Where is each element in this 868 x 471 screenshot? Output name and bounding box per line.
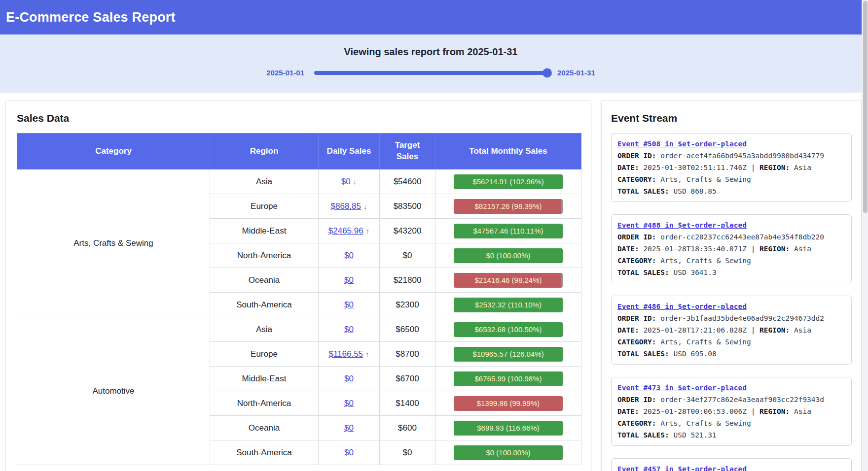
column-header-target-sales: Target Sales bbox=[380, 134, 435, 169]
target-sales-cell: $43200 bbox=[380, 219, 435, 243]
event-detail-line: CATEGORY: Arts, Crafts & Sewing bbox=[617, 417, 845, 429]
target-sales-cell: $54600 bbox=[380, 169, 435, 194]
slider-thumb[interactable] bbox=[542, 68, 552, 77]
total-monthly-sales-cell: $56214.91 (102.96%) bbox=[435, 169, 581, 194]
daily-sales-link[interactable]: $2465.96 bbox=[328, 226, 363, 236]
region-cell: Middle-East bbox=[210, 219, 319, 243]
event-detail-line: CATEGORY: Arts, Crafts & Sewing bbox=[617, 336, 845, 348]
daily-sales-cell: $0↓ bbox=[319, 169, 380, 194]
target-sales-cell: $6500 bbox=[380, 317, 435, 342]
target-sales-cell: $83500 bbox=[380, 194, 435, 219]
event-link[interactable]: Event #473 in $et-order-placed bbox=[617, 384, 747, 392]
total-monthly-sales-cell: $10965.57 (126.04%) bbox=[435, 342, 581, 367]
event-link[interactable]: Event #486 in $et-order-placed bbox=[617, 303, 747, 310]
event-link[interactable]: Event #488 in $et-order-placed bbox=[617, 221, 747, 229]
event-card: Event #457 in $et-order-placedORDER ID: … bbox=[611, 458, 852, 471]
category-cell: Arts, Crafts & Sewing bbox=[17, 169, 210, 317]
daily-sales-link[interactable]: $868.85 bbox=[331, 202, 361, 211]
monthly-sales-bar: $1399.86 (99.99%) bbox=[454, 396, 563, 411]
monthly-sales-label: $82157.26 (98.39%) bbox=[454, 199, 563, 214]
monthly-sales-bar: $6532.68 (100.50%) bbox=[454, 322, 563, 337]
daily-sales-link[interactable]: $0 bbox=[344, 423, 354, 433]
daily-sales-link[interactable]: $0 bbox=[344, 251, 354, 260]
page: E-Commerce Sales Report Viewing sales re… bbox=[0, 0, 862, 471]
total-monthly-sales-cell: $699.93 (116.66%) bbox=[435, 416, 581, 440]
trend-up-icon: ↑ bbox=[366, 227, 370, 235]
monthly-sales-label: $699.93 (116.66%) bbox=[454, 421, 563, 436]
daily-sales-cell: $2465.96↑ bbox=[319, 219, 380, 243]
monthly-sales-label: $6532.68 (100.50%) bbox=[454, 322, 563, 337]
region-cell: South-America bbox=[210, 293, 319, 317]
region-cell: Oceania bbox=[210, 268, 319, 293]
target-sales-cell: $2300 bbox=[380, 293, 435, 317]
sales-table: Category Region Daily Sales Target Sales… bbox=[17, 133, 581, 465]
event-detail-line: DATE: 2025-01-28T17:21:06.828Z | REGION:… bbox=[617, 324, 845, 336]
table-row: Arts, Crafts & SewingAsia$0↓$54600$56214… bbox=[17, 169, 581, 194]
daily-sales-link[interactable]: $0 bbox=[344, 374, 354, 383]
monthly-sales-bar: $21416.46 (98.24%) bbox=[454, 273, 563, 288]
column-header-category: Category bbox=[17, 134, 210, 169]
daily-sales-link[interactable]: $0 bbox=[344, 399, 354, 408]
region-cell: Asia bbox=[210, 317, 319, 342]
total-monthly-sales-cell: $47567.46 (110.11%) bbox=[435, 219, 581, 243]
daily-sales-link[interactable]: $0 bbox=[341, 177, 351, 186]
event-link[interactable]: Event #508 in $et-order-placed bbox=[617, 140, 747, 148]
date-range-slider[interactable] bbox=[314, 71, 547, 75]
event-link[interactable]: Event #457 in $et-order-placed bbox=[617, 465, 747, 471]
monthly-sales-label: $0 (100.00%) bbox=[454, 445, 563, 460]
app-header: E-Commerce Sales Report bbox=[0, 0, 862, 34]
monthly-sales-label: $21416.46 (98.24%) bbox=[454, 273, 563, 288]
target-sales-cell: $0 bbox=[380, 243, 435, 268]
event-detail-line: DATE: 2025-01-30T02:51:11.746Z | REGION:… bbox=[617, 162, 845, 173]
monthly-sales-bar: $0 (100.00%) bbox=[454, 445, 563, 460]
event-detail-line: TOTAL SALES: USD 695.08 bbox=[617, 348, 845, 360]
trend-down-icon: ↓ bbox=[363, 202, 367, 210]
monthly-sales-label: $1399.86 (99.99%) bbox=[454, 396, 563, 411]
monthly-sales-bar: $56214.91 (102.96%) bbox=[454, 174, 563, 189]
app-title: E-Commerce Sales Report bbox=[6, 10, 176, 25]
event-detail-line: CATEGORY: Arts, Crafts & Sewing bbox=[617, 255, 845, 267]
event-detail-line: ORDER ID: order-34ef277c862e4a3eaaf903cc… bbox=[617, 394, 845, 405]
total-monthly-sales-cell: $2532.32 (110.10%) bbox=[435, 293, 581, 317]
event-detail-line: CATEGORY: Arts, Crafts & Sewing bbox=[617, 173, 845, 185]
event-card: Event #508 in $et-order-placedORDER ID: … bbox=[611, 133, 852, 202]
target-sales-cell: $0 bbox=[380, 440, 435, 465]
event-detail-line: ORDER ID: order-3b1faad35bde4e06ad99c2c2… bbox=[617, 312, 845, 324]
daily-sales-link[interactable]: $0 bbox=[344, 448, 354, 457]
daily-sales-cell: $0 bbox=[319, 268, 380, 293]
event-card: Event #488 in $et-order-placedORDER ID: … bbox=[611, 214, 852, 283]
target-sales-cell: $6700 bbox=[380, 367, 435, 391]
event-stream-heading: Event Stream bbox=[602, 101, 861, 133]
daily-sales-link[interactable]: $0 bbox=[344, 300, 354, 309]
monthly-sales-label: $2532.32 (110.10%) bbox=[454, 298, 563, 312]
daily-sales-link[interactable]: $1166.55 bbox=[328, 349, 363, 359]
daily-sales-cell: $0 bbox=[319, 317, 380, 342]
event-detail-line: ORDER ID: order-cc20237cc62443ee87ab4e35… bbox=[617, 231, 845, 243]
monthly-sales-bar: $6765.99 (100.98%) bbox=[454, 371, 563, 386]
monthly-sales-bar: $0 (100.00%) bbox=[454, 248, 563, 263]
slider-row: 2025-01-01 2025-01-31 bbox=[0, 68, 862, 77]
daily-sales-cell: $0 bbox=[319, 440, 380, 465]
table-row: AutomotiveAsia$0$6500$6532.68 (100.50%) bbox=[17, 317, 581, 342]
daily-sales-link[interactable]: $0 bbox=[344, 325, 354, 334]
target-sales-cell: $8700 bbox=[380, 342, 435, 367]
slider-end-label: 2025-01-31 bbox=[557, 68, 595, 77]
total-monthly-sales-cell: $0 (100.00%) bbox=[435, 243, 581, 268]
total-monthly-sales-cell: $6765.99 (100.98%) bbox=[435, 367, 581, 391]
total-monthly-sales-cell: $21416.46 (98.24%) bbox=[435, 268, 581, 293]
trend-up-icon: ↑ bbox=[365, 350, 369, 358]
slider-start-label: 2025-01-01 bbox=[266, 68, 304, 77]
monthly-sales-label: $6765.99 (100.98%) bbox=[454, 371, 563, 386]
daily-sales-cell: $0 bbox=[319, 391, 380, 416]
daily-sales-link[interactable]: $0 bbox=[344, 275, 354, 285]
event-detail-line: DATE: 2025-01-28T00:06:53.006Z | REGION:… bbox=[617, 405, 845, 417]
event-detail-line: ORDER ID: order-acef4fa66bd945a3abdd9980… bbox=[617, 150, 845, 162]
scrollbar[interactable] bbox=[862, 0, 868, 471]
sales-heading: Sales Data bbox=[6, 101, 591, 133]
scrollbar-thumb[interactable] bbox=[863, 1, 868, 213]
region-cell: Europe bbox=[210, 342, 319, 367]
daily-sales-cell: $868.85↓ bbox=[319, 194, 380, 219]
table-header-row: Category Region Daily Sales Target Sales… bbox=[17, 134, 581, 169]
monthly-sales-bar: $47567.46 (110.11%) bbox=[454, 224, 563, 238]
sales-panel: Sales Data Category Region Daily Sales T… bbox=[5, 100, 591, 471]
